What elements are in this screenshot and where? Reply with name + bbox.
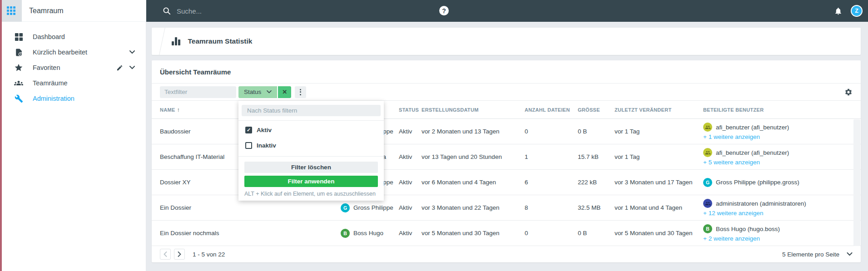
- group-avatar: [703, 123, 712, 132]
- cell-status: Aktiv: [399, 204, 422, 211]
- left-edge-stripe: [0, 0, 2, 271]
- sidebar-item-label: Teamräume: [33, 79, 68, 87]
- column-header-modified[interactable]: ZULETZT VERÄNDERT: [615, 107, 703, 113]
- cell-participants: afi_benutzer (afi_benutzer) + 1 weitere …: [703, 123, 853, 140]
- user-avatar-menu[interactable]: Z: [851, 5, 863, 17]
- app-title: Teamraum: [29, 7, 64, 15]
- cell-owner: GGross Philippe: [341, 203, 399, 212]
- show-more-participants-link[interactable]: + 1 weitere anzeigen: [703, 133, 853, 140]
- cell-modified: vor 1 Tag: [615, 128, 703, 135]
- cell-size: 0 B: [578, 128, 615, 135]
- bar-chart-icon: [172, 37, 180, 45]
- star-icon: [14, 63, 24, 72]
- sidebar-item-recent[interactable]: Kürzlich bearbeitet: [0, 44, 146, 60]
- table-row[interactable]: Ein Dossier nochmals BBoss Hugo Aktiv vo…: [152, 221, 861, 246]
- status-filter-chip: Status ✕: [238, 86, 291, 98]
- text-filter-input[interactable]: [160, 86, 236, 98]
- status-filter-search-input[interactable]: [242, 105, 381, 116]
- group-people-icon: [14, 79, 24, 88]
- cell-files: 0: [525, 128, 578, 135]
- sidebar-item-dashboard[interactable]: Dashboard: [0, 29, 146, 44]
- scrollbar-track[interactable]: [853, 119, 860, 246]
- user-avatar: G: [703, 178, 712, 187]
- cell-participants: afi_benutzer (afi_benutzer) + 5 weitere …: [703, 148, 853, 166]
- clear-filter-button[interactable]: Filter löschen: [244, 162, 378, 173]
- cell-created: vor 5 Monaten und 30 Tagen: [422, 230, 525, 237]
- column-header-size[interactable]: GRÖSSE: [578, 107, 615, 113]
- card-title: Übersicht Teamräume: [152, 60, 861, 84]
- clear-status-filter-button[interactable]: ✕: [278, 86, 291, 98]
- column-header-files[interactable]: ANZAHL DATEIEN: [525, 107, 578, 113]
- user-avatar: B: [341, 229, 350, 238]
- column-header-participants[interactable]: BETEILIGTE BENUTZER: [703, 107, 853, 113]
- previous-page-button[interactable]: [160, 249, 171, 260]
- table-settings-gear-icon[interactable]: [844, 88, 853, 96]
- cell-name[interactable]: Ein Dossier nochmals: [160, 230, 341, 237]
- cell-size: 0 B: [578, 230, 615, 237]
- search-input[interactable]: [177, 7, 313, 15]
- more-filters-kebab-button[interactable]: [295, 86, 306, 98]
- chevron-down-icon[interactable]: [129, 66, 135, 69]
- cell-files: 1: [525, 153, 578, 160]
- cell-files: 6: [525, 179, 578, 186]
- user-avatar: G: [341, 203, 350, 212]
- app-logo[interactable]: [0, 0, 22, 22]
- show-more-participants-link[interactable]: + 5 weitere anzeigen: [703, 159, 853, 166]
- status-chip-button[interactable]: Status: [238, 86, 277, 98]
- apps-grid-icon: [6, 6, 16, 15]
- cell-name[interactable]: Ein Dossier: [160, 204, 341, 211]
- stat-header-title: Teamraum Statistik: [188, 37, 253, 45]
- sidebar: Teamraum Dashboard Kürzlich bearbeitet F…: [0, 0, 146, 271]
- filter-option-aktiv[interactable]: ✓ Aktiv: [238, 123, 384, 136]
- sidebar-item-teamrooms[interactable]: Teamräume: [0, 75, 146, 91]
- cell-status: Aktiv: [399, 230, 422, 237]
- apply-filter-button[interactable]: Filter anwenden: [244, 176, 378, 187]
- dashboard-icon: [14, 33, 24, 41]
- pagination-range-label: 1 - 5 von 22: [193, 251, 225, 258]
- pagination-bar: 1 - 5 von 22 5 Elemente pro Seite: [152, 246, 861, 262]
- cell-participants: BBoss Hugo (hugo.boss) + 2 weitere anzei…: [703, 224, 853, 242]
- page-size-selector[interactable]: 5 Elemente pro Seite: [782, 251, 853, 258]
- chevron-down-icon[interactable]: [129, 50, 135, 54]
- show-more-participants-link[interactable]: + 12 weitere anzeigen: [703, 210, 853, 217]
- help-icon[interactable]: ?: [439, 6, 449, 15]
- cell-modified: vor 3 Monaten und 17 Tagen: [615, 179, 703, 186]
- sidebar-nav: Dashboard Kürzlich bearbeitet Favoriten: [0, 22, 146, 106]
- group-avatar: [703, 199, 712, 208]
- cell-size: 15.7 kB: [578, 153, 615, 160]
- topbar: ? Z: [146, 0, 868, 22]
- divider: [238, 156, 384, 157]
- status-filter-popup: ✓ Aktiv Inaktiv Filter löschen Filter an…: [238, 101, 384, 201]
- sidebar-header: Teamraum: [0, 0, 146, 22]
- chevron-left-icon: [164, 251, 167, 257]
- filter-hint-text: ALT + Klick auf ein Element, um es auszu…: [244, 191, 378, 197]
- cell-status: Aktiv: [399, 128, 422, 135]
- edit-pencil-icon[interactable]: [116, 64, 123, 71]
- global-search[interactable]: [163, 7, 313, 15]
- sidebar-item-favorites[interactable]: Favoriten: [0, 60, 146, 75]
- cell-participants: GGross Philippe (philippe.gross): [703, 178, 853, 187]
- checkbox-unchecked-icon[interactable]: [245, 142, 252, 149]
- notifications-bell-icon[interactable]: [834, 7, 843, 15]
- column-header-created[interactable]: ERSTELLUNGSDATUM: [422, 107, 525, 113]
- cell-created: vor 3 Monaten und 22 Tagen: [422, 204, 525, 211]
- sidebar-item-administration[interactable]: Administration: [0, 91, 146, 106]
- cell-files: 8: [525, 204, 578, 211]
- cell-participants: administratoren (administratoren) + 12 w…: [703, 199, 853, 217]
- cell-created: vor 2 Monaten und 13 Tagen: [422, 128, 525, 135]
- cell-modified: vor 5 Monaten und 30 Tagen: [615, 230, 703, 237]
- wrench-icon: [14, 94, 24, 103]
- filter-option-inaktiv[interactable]: Inaktiv: [238, 139, 384, 152]
- column-header-status[interactable]: STATUS: [399, 107, 422, 113]
- sidebar-item-label: Favoriten: [33, 64, 60, 71]
- next-page-button[interactable]: [174, 249, 185, 260]
- cell-owner: BBoss Hugo: [341, 229, 399, 238]
- chevron-down-icon: [847, 252, 853, 256]
- filter-toolbar: Status ✕: [152, 84, 861, 101]
- checkbox-checked-icon[interactable]: ✓: [245, 127, 252, 133]
- cell-status: Aktiv: [399, 153, 422, 160]
- show-more-participants-link[interactable]: + 2 weitere anzeigen: [703, 235, 853, 242]
- stat-header-card: Teamraum Statistik: [152, 28, 861, 55]
- cell-size: 32.5 MB: [578, 204, 615, 211]
- cell-modified: vor 1 Tag: [615, 153, 703, 160]
